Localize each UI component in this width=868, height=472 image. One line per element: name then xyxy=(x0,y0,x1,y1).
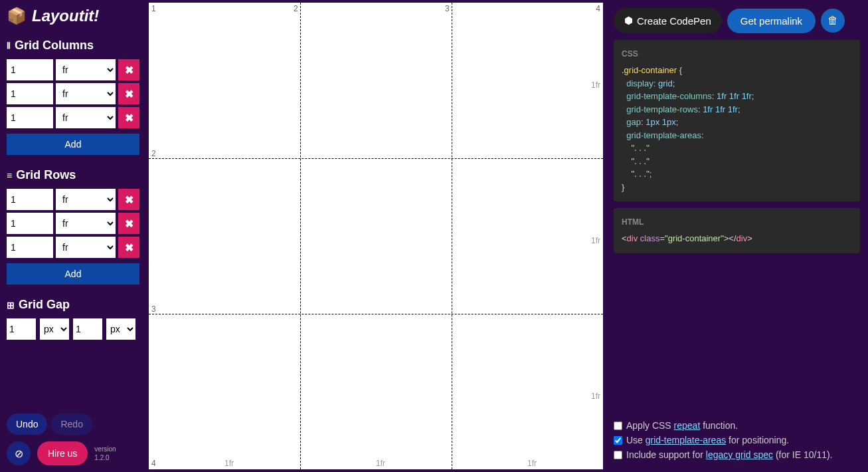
html-label: HTML xyxy=(622,216,852,228)
gap-icon: ⊞ xyxy=(7,300,15,310)
checkbox-legacy[interactable] xyxy=(614,451,622,459)
sidebar: 📦 Layoutit! ⦀ Grid Columns fr✖fr✖fr✖ Add… xyxy=(0,0,146,472)
checkbox-areas[interactable] xyxy=(614,436,622,445)
top-buttons: ⬢ Create CodePen Get permalink 🗑 xyxy=(614,8,860,33)
create-codepen-button[interactable]: ⬢ Create CodePen xyxy=(614,8,722,33)
column-value-input[interactable] xyxy=(7,83,53,104)
logo-text: Layoutit! xyxy=(32,7,99,25)
gap-label: Grid Gap xyxy=(19,298,70,312)
section-title-rows: ≡ Grid Rows xyxy=(7,168,139,182)
rows-icon: ≡ xyxy=(7,170,12,181)
grid-rows-section: ≡ Grid Rows fr✖fr✖fr✖ Add xyxy=(7,168,139,285)
section-title-gap: ⊞ Grid Gap xyxy=(7,298,139,312)
css-label: CSS xyxy=(622,48,852,60)
row-value-input[interactable] xyxy=(7,213,53,234)
html-code-box[interactable]: HTML <div class="grid-container"></div> xyxy=(614,208,860,253)
gap-col-unit[interactable]: px xyxy=(106,318,135,340)
redo-button[interactable]: Redo xyxy=(51,413,92,435)
axis-num: 3 xyxy=(445,4,450,13)
bottom-actions: ⊘ Hire us version1.2.0 xyxy=(7,441,139,465)
undo-redo-row: Undo Redo xyxy=(7,413,139,435)
delete-column-button[interactable]: ✖ xyxy=(118,83,139,104)
column-value-input[interactable] xyxy=(7,59,53,80)
column-unit-select[interactable]: fr xyxy=(56,59,116,80)
axis-num: 4 xyxy=(596,4,600,13)
column-unit-select[interactable]: fr xyxy=(56,83,116,104)
cube-icon: 📦 xyxy=(7,7,27,25)
axis-num: 1 xyxy=(151,4,156,13)
reset-button[interactable]: 🗑 xyxy=(821,9,845,33)
column-value-input[interactable] xyxy=(7,107,53,128)
check-legacy: Include support for legacy grid spec (fo… xyxy=(614,449,860,460)
grid-columns-section: ⦀ Grid Columns fr✖fr✖fr✖ Add xyxy=(7,39,139,155)
row-unit-select[interactable]: fr xyxy=(56,213,116,234)
fr-label: 1fr xyxy=(224,459,234,468)
column-unit-select[interactable]: fr xyxy=(56,107,116,128)
columns-icon: ⦀ xyxy=(7,40,11,51)
fr-label: 1fr xyxy=(527,459,537,468)
hire-us-button[interactable]: Hire us xyxy=(37,441,88,465)
axis-num: 3 xyxy=(151,304,156,314)
delete-column-button[interactable]: ✖ xyxy=(118,59,139,80)
codepen-icon: ⬢ xyxy=(624,15,633,27)
checkbox-repeat[interactable] xyxy=(614,421,622,430)
row-value-input[interactable] xyxy=(7,237,53,258)
check-repeat: Apply CSS repeat function. xyxy=(614,420,860,431)
right-panel: ⬢ Create CodePen Get permalink 🗑 CSS .gr… xyxy=(606,0,868,472)
options-checkboxes: Apply CSS repeat function. Use grid-temp… xyxy=(614,420,860,464)
row-unit-select[interactable]: fr xyxy=(56,189,116,210)
rows-label: Grid Rows xyxy=(16,168,76,182)
link-areas[interactable]: grid-template-areas xyxy=(646,435,726,445)
grid-canvas[interactable]: 1 2 3 4 2 3 4 1fr 1fr 1fr 1fr 1fr 1fr xyxy=(149,3,603,469)
gap-row-unit[interactable]: px xyxy=(40,318,69,340)
version-label: version1.2.0 xyxy=(94,445,116,462)
axis-num: 2 xyxy=(294,4,298,13)
delete-column-button[interactable]: ✖ xyxy=(118,107,139,128)
link-legacy[interactable]: legacy grid spec xyxy=(706,449,773,460)
axis-num: 4 xyxy=(151,459,156,468)
check-areas: Use grid-template-areas for positioning. xyxy=(614,435,860,445)
fr-label: 1fr xyxy=(591,236,600,245)
columns-label: Grid Columns xyxy=(15,39,94,53)
fr-label: 1fr xyxy=(591,392,600,401)
logo: 📦 Layoutit! xyxy=(7,7,139,25)
section-title-columns: ⦀ Grid Columns xyxy=(7,39,139,53)
add-column-button[interactable]: Add xyxy=(7,134,139,155)
fr-label: 1fr xyxy=(591,80,600,90)
fr-label: 1fr xyxy=(376,459,385,468)
add-row-button[interactable]: Add xyxy=(7,263,139,285)
get-permalink-button[interactable]: Get permalink xyxy=(727,9,816,33)
delete-row-button[interactable]: ✖ xyxy=(118,237,139,258)
undo-button[interactable]: Undo xyxy=(7,413,47,435)
row-unit-select[interactable]: fr xyxy=(56,237,116,258)
grid-gap-section: ⊞ Grid Gap px px xyxy=(7,298,139,340)
link-repeat[interactable]: repeat xyxy=(674,420,701,431)
delete-row-button[interactable]: ✖ xyxy=(118,213,139,234)
delete-row-button[interactable]: ✖ xyxy=(118,189,139,210)
row-value-input[interactable] xyxy=(7,189,53,210)
axis-num: 2 xyxy=(151,149,156,158)
info-button[interactable]: ⊘ xyxy=(7,441,31,465)
gap-row-input[interactable] xyxy=(7,318,36,340)
gap-col-input[interactable] xyxy=(73,318,102,340)
css-code-box[interactable]: CSS .grid-container { display: grid; gri… xyxy=(614,40,860,201)
